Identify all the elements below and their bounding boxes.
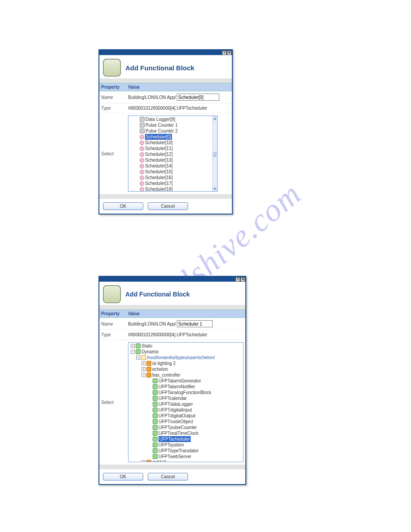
list-item[interactable]: Pulse Counter 1 bbox=[139, 122, 216, 128]
tree-item[interactable]: UFPTalarmNotifier bbox=[129, 384, 242, 390]
fb-type-icon bbox=[153, 442, 158, 447]
scheduler-icon bbox=[140, 187, 144, 192]
dialog-title: Add Functional Block bbox=[125, 291, 190, 298]
list-item-label: Scheduler[17] bbox=[145, 180, 173, 186]
help-button[interactable]: ? bbox=[235, 277, 240, 282]
tree-item[interactable]: −Dynamic bbox=[129, 349, 242, 355]
scroll-down-icon[interactable]: ▼ bbox=[213, 186, 217, 191]
cancel-button[interactable]: Cancel bbox=[148, 202, 188, 210]
functional-block-icon bbox=[103, 59, 121, 77]
tree-item-label: UFPTdigitalOutput bbox=[158, 413, 195, 419]
tree-item[interactable]: UFPTpulseCounter bbox=[129, 425, 242, 430]
list-item[interactable]: Scheduler[13] bbox=[139, 157, 216, 163]
expand-icon[interactable]: + bbox=[131, 344, 135, 348]
collapse-icon[interactable]: − bbox=[136, 356, 140, 360]
tree-item[interactable]: UFPTalarmGenerator bbox=[129, 378, 242, 384]
tree-item[interactable]: −bas_controller bbox=[129, 372, 242, 378]
list-item[interactable]: Data Logger[9] bbox=[139, 116, 216, 122]
row-select: Select +Static−Dynamic−/root/lonworks/ty… bbox=[99, 340, 245, 465]
select-listbox[interactable]: Data Logger[9]Pulse Counter 1Pulse Count… bbox=[128, 116, 218, 192]
fb-type-icon bbox=[153, 390, 158, 395]
ok-button[interactable]: OK bbox=[103, 473, 143, 481]
fb-type-icon bbox=[153, 431, 158, 436]
collapse-icon[interactable]: − bbox=[131, 350, 135, 354]
tree-item[interactable]: UFPTdataLogger bbox=[129, 401, 242, 407]
scroll-up-icon[interactable]: ▲ bbox=[213, 116, 217, 121]
scheduler-icon bbox=[140, 170, 144, 174]
tree-item[interactable]: +isi lighting 2 bbox=[129, 360, 242, 366]
tree-item-label: bas_controller bbox=[152, 372, 180, 378]
fb-type-icon bbox=[153, 408, 158, 412]
list-item-label: Scheduler[16] bbox=[145, 175, 173, 180]
help-button[interactable]: ? bbox=[222, 51, 227, 55]
tree-item[interactable]: UFPTanalogFunctionBlock bbox=[129, 390, 242, 395]
tree-item[interactable]: UFPTcalendar bbox=[129, 395, 242, 401]
expand-icon[interactable]: + bbox=[141, 460, 146, 462]
tree-item[interactable]: +echelon bbox=[129, 366, 242, 372]
select-treeview[interactable]: +Static−Dynamic−/root/lonworks/types/use… bbox=[128, 342, 244, 462]
scrollbar[interactable]: ▲ ▼ bbox=[212, 116, 217, 191]
collapse-icon[interactable]: − bbox=[141, 373, 146, 377]
dialog-title: Add Functional Block bbox=[125, 64, 194, 72]
block-icon bbox=[140, 117, 145, 122]
list-item-label: Pulse Counter 1 bbox=[146, 122, 178, 128]
list-item[interactable]: Scheduler[11] bbox=[139, 146, 216, 151]
fb-type-icon bbox=[153, 384, 158, 389]
tree-item-label: UFPTscheduler bbox=[158, 436, 191, 442]
close-button[interactable]: ✕ bbox=[240, 277, 245, 282]
col-property: Property bbox=[101, 85, 128, 90]
tree-item-label: UFPTrealTimeClock bbox=[158, 430, 198, 436]
scheduler-icon bbox=[140, 141, 144, 145]
list-item[interactable]: Scheduler[0] bbox=[139, 134, 216, 140]
tree-item[interactable]: UFPTrealTimeClock bbox=[129, 430, 242, 436]
tree-item[interactable]: +Static bbox=[129, 343, 242, 349]
fb-type-icon bbox=[153, 396, 158, 401]
list-item-label: Scheduler[10] bbox=[145, 140, 173, 146]
list-item[interactable]: Scheduler[12] bbox=[139, 151, 216, 157]
tree-item[interactable]: UFPTwebServer bbox=[129, 454, 242, 459]
fb-type-icon bbox=[153, 402, 158, 407]
tree-item[interactable]: UFPTsystem bbox=[129, 442, 242, 448]
list-item[interactable]: Scheduler[17] bbox=[139, 180, 216, 186]
list-item-label: Scheduler[0] bbox=[145, 134, 172, 140]
block-icon bbox=[140, 123, 145, 128]
dialog-header: Add Functional Block bbox=[99, 282, 245, 309]
list-item[interactable]: Scheduler[16] bbox=[139, 175, 216, 180]
cancel-button[interactable]: Cancel bbox=[148, 473, 188, 481]
tree-item[interactable]: UFPTnodeObject bbox=[129, 419, 242, 425]
expand-icon[interactable]: + bbox=[141, 361, 146, 365]
scroll-thumb[interactable] bbox=[213, 152, 217, 157]
list-item[interactable]: Pulse Counter 2 bbox=[139, 128, 216, 134]
tree-item[interactable]: UFPTtypeTranslator bbox=[129, 448, 242, 454]
list-item[interactable]: Scheduler[10] bbox=[139, 140, 216, 146]
name-input[interactable] bbox=[177, 94, 219, 101]
scheduler-icon bbox=[140, 181, 144, 186]
list-item-label: Scheduler[14] bbox=[145, 163, 173, 169]
list-item[interactable]: Scheduler[14] bbox=[139, 163, 216, 169]
expand-icon[interactable]: + bbox=[141, 367, 146, 371]
tree-item[interactable]: UFPTscheduler bbox=[129, 436, 242, 442]
list-item-label: Scheduler[13] bbox=[145, 157, 173, 163]
scheduler-icon bbox=[140, 146, 144, 151]
row-name: Name Building/LON/iLON App/ bbox=[99, 91, 232, 103]
block-icon bbox=[140, 129, 145, 133]
fb-type-icon bbox=[153, 448, 158, 453]
row-select: Select Data Logger[9]Pulse Counter 1Puls… bbox=[99, 113, 232, 194]
tree-item[interactable]: −/root/lonworks/types/user/echelon/ bbox=[129, 355, 242, 360]
add-functional-block-dialog-1: ? ✕ Add Functional Block Property Value … bbox=[98, 49, 233, 215]
close-button[interactable]: ✕ bbox=[227, 51, 231, 55]
ok-button[interactable]: OK bbox=[103, 202, 143, 210]
list-item-label: Pulse Counter 2 bbox=[146, 128, 178, 134]
tree-item[interactable]: UFPTdigitalInput bbox=[129, 407, 242, 413]
list-item[interactable]: Scheduler[18] bbox=[139, 186, 216, 192]
functional-block-icon bbox=[103, 285, 121, 303]
tree-item-label: UFPTdataLogger bbox=[158, 401, 193, 407]
tree-item[interactable]: +dc0131 bbox=[129, 459, 242, 462]
scheduler-icon bbox=[140, 164, 144, 168]
tree-item[interactable]: UFPTdigitalOutput bbox=[129, 413, 242, 419]
name-input[interactable] bbox=[177, 320, 213, 327]
list-item[interactable]: Scheduler[15] bbox=[139, 169, 216, 175]
name-prefix: Building/LON/iLON App/ bbox=[128, 95, 176, 100]
list-item-label: Scheduler[15] bbox=[145, 169, 173, 175]
button-row: OK Cancel bbox=[99, 465, 245, 484]
